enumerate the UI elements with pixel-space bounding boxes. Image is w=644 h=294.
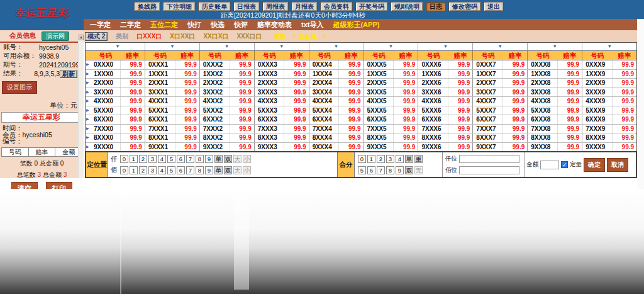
table-number-cell[interactable]: 8XXX4 <box>309 133 339 142</box>
table-odds-cell[interactable]: 99.9 <box>393 143 418 152</box>
sum-button[interactable]: 无 <box>414 166 423 174</box>
top-nav-button[interactable]: 周报表 <box>262 2 289 11</box>
table-odds-cell[interactable]: 99.9 <box>284 133 308 142</box>
position-input[interactable] <box>459 166 519 174</box>
nav2-item[interactable]: 五位二定 <box>150 20 178 30</box>
table-number-cell[interactable]: 9XXX3 <box>255 143 284 152</box>
top-nav-button[interactable]: 月报表 <box>291 2 318 11</box>
table-odds-cell[interactable]: 99.9 <box>175 133 199 142</box>
table-odds-cell[interactable]: 99.9 <box>448 143 472 152</box>
table-odds-cell[interactable]: 99.9 <box>448 79 472 88</box>
nav2-item[interactable]: 赔率变动表 <box>257 20 292 30</box>
table-number-cell[interactable]: 8XXX6 <box>418 133 448 142</box>
table-odds-cell[interactable]: 99.9 <box>557 125 582 133</box>
refresh-button[interactable]: 刷新 <box>60 70 77 78</box>
table-odds-cell[interactable]: 99.9 <box>120 88 145 97</box>
table-number-cell[interactable]: 7XXX0 <box>91 125 120 133</box>
table-number-cell[interactable]: 7XXX6 <box>418 125 448 133</box>
table-odds-cell[interactable]: 99.9 <box>175 88 199 97</box>
table-odds-cell[interactable]: 99.9 <box>284 88 308 97</box>
table-odds-cell[interactable]: 99.9 <box>448 97 472 106</box>
table-odds-cell[interactable]: 99.9 <box>393 133 418 142</box>
table-odds-cell[interactable]: 99.9 <box>612 133 636 142</box>
table-number-cell[interactable]: 0XXX4 <box>309 60 339 69</box>
table-number-cell[interactable]: 4XXX4 <box>309 97 339 106</box>
table-number-cell[interactable]: 6XXX2 <box>200 115 230 124</box>
column-dropdown-icon[interactable]: ▼ <box>582 43 636 50</box>
table-odds-cell[interactable]: 99.9 <box>393 125 418 133</box>
table-number-cell[interactable]: 8XXX9 <box>582 133 612 142</box>
sum-button[interactable]: 1 <box>367 155 375 163</box>
digit-button[interactable]: 4 <box>158 166 166 174</box>
table-odds-cell[interactable]: 99.9 <box>338 88 363 97</box>
table-number-cell[interactable]: 2XXX6 <box>418 79 448 88</box>
table-odds-cell[interactable]: 99.9 <box>338 125 363 133</box>
top-nav-button[interactable]: 下注明细 <box>163 2 196 11</box>
table-odds-cell[interactable]: 99.9 <box>393 60 418 69</box>
table-odds-cell[interactable]: 99.9 <box>175 106 199 115</box>
confirm-button[interactable]: 确定 <box>584 158 605 172</box>
table-odds-cell[interactable]: 99.9 <box>502 97 527 106</box>
table-number-cell[interactable]: 3XXX4 <box>309 88 339 97</box>
table-number-cell[interactable]: 1XXX2 <box>200 70 230 79</box>
column-dropdown-icon[interactable]: ▼ <box>527 43 582 50</box>
table-odds-cell[interactable]: 99.9 <box>612 106 636 115</box>
table-odds-cell[interactable]: 99.9 <box>502 133 527 142</box>
table-number-cell[interactable]: 0XXX5 <box>364 60 394 69</box>
table-number-cell[interactable]: 2XXX8 <box>528 79 557 88</box>
table-odds-cell[interactable]: 99.9 <box>120 106 145 115</box>
sum-button[interactable]: 0 <box>358 155 366 163</box>
table-odds-cell[interactable]: 99.9 <box>612 125 636 133</box>
table-number-cell[interactable]: 1XXX7 <box>473 70 502 79</box>
column-dropdown-icon[interactable]: ▼ <box>472 43 527 50</box>
table-odds-cell[interactable]: 99.9 <box>338 60 363 69</box>
table-number-cell[interactable]: 4XXX0 <box>91 97 120 106</box>
table-number-cell[interactable]: 2XXX2 <box>200 79 230 88</box>
table-number-cell[interactable]: 2XXX0 <box>91 79 120 88</box>
sum-button[interactable]: 4 <box>396 155 404 163</box>
table-odds-cell[interactable]: 99.9 <box>557 70 582 79</box>
table-number-cell[interactable]: 5XXX3 <box>255 106 284 115</box>
digit-button[interactable]: 小 <box>243 166 251 174</box>
table-odds-cell[interactable]: 99.9 <box>448 115 472 124</box>
table-odds-cell[interactable]: 99.9 <box>557 60 582 69</box>
sum-button[interactable]: 6 <box>367 166 375 174</box>
column-dropdown-icon[interactable]: ▼ <box>145 43 199 50</box>
sum-button[interactable]: 7 <box>377 166 385 174</box>
digit-button[interactable]: 1 <box>130 155 138 163</box>
nav2-item[interactable]: 快评 <box>234 20 248 30</box>
digit-button[interactable]: 2 <box>139 155 147 163</box>
table-number-cell[interactable]: 5XXX2 <box>200 106 230 115</box>
table-number-cell[interactable]: 3XXX6 <box>418 88 448 97</box>
table-odds-cell[interactable]: 99.9 <box>502 79 527 88</box>
table-number-cell[interactable]: 0XXX1 <box>145 60 175 69</box>
table-odds-cell[interactable]: 99.9 <box>448 106 472 115</box>
nav2-item[interactable]: 快打 <box>187 20 201 30</box>
table-number-cell[interactable]: 6XXX6 <box>418 115 448 124</box>
table-number-cell[interactable]: 7XXX1 <box>145 125 175 133</box>
mode-tab[interactable]: X口XX口 <box>170 32 195 41</box>
mode-button[interactable]: 模式 2 <box>85 32 108 41</box>
table-number-cell[interactable]: 4XXX1 <box>145 97 175 106</box>
table-number-cell[interactable]: 5XXX7 <box>473 106 502 115</box>
digit-button[interactable]: 8 <box>196 155 204 163</box>
top-nav-button[interactable]: 日志 <box>426 2 446 11</box>
sum-button[interactable]: 5 <box>358 166 366 174</box>
table-odds-cell[interactable]: 99.9 <box>448 125 472 133</box>
table-odds-cell[interactable]: 99.9 <box>230 70 254 79</box>
digit-button[interactable]: 5 <box>167 155 175 163</box>
table-odds-cell[interactable]: 99.9 <box>448 70 472 79</box>
table-odds-cell[interactable]: 99.9 <box>338 106 363 115</box>
digit-button[interactable]: 0 <box>120 166 128 174</box>
table-number-cell[interactable]: 3XXX8 <box>528 88 557 97</box>
table-odds-cell[interactable]: 99.9 <box>612 79 636 88</box>
table-number-cell[interactable]: 4XXX2 <box>200 97 230 106</box>
digit-button[interactable]: 单 <box>214 166 223 174</box>
table-odds-cell[interactable]: 99.9 <box>120 125 145 133</box>
table-odds-cell[interactable]: 99.9 <box>120 133 145 142</box>
digit-button[interactable]: 8 <box>196 166 204 174</box>
table-number-cell[interactable]: 3XXX9 <box>582 88 612 97</box>
table-number-cell[interactable]: 2XXX7 <box>473 79 502 88</box>
table-number-cell[interactable]: 9XXX9 <box>582 143 612 152</box>
table-odds-cell[interactable]: 99.9 <box>230 115 254 124</box>
